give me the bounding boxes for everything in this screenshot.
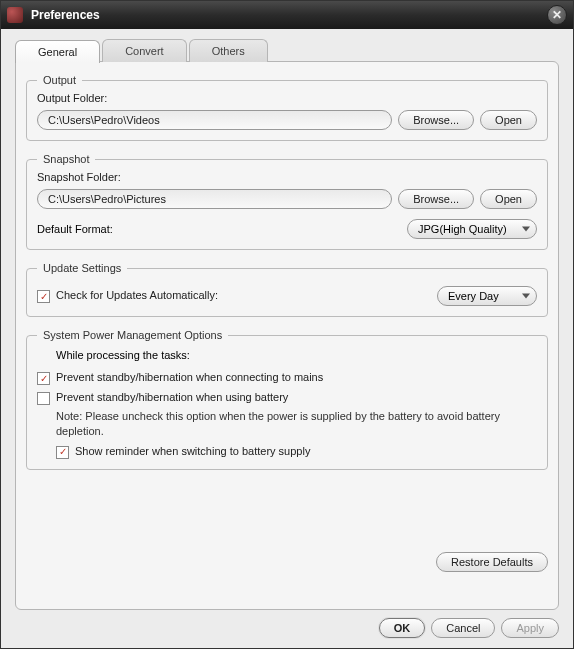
preferences-window: Preferences ✕ General Convert Others Out…	[0, 0, 574, 649]
prevent-standby-mains-checkbox[interactable]	[37, 372, 50, 385]
power-group: System Power Management Options While pr…	[26, 329, 548, 470]
tab-bar: General Convert Others	[15, 39, 559, 62]
snapshot-browse-button[interactable]: Browse...	[398, 189, 474, 209]
cancel-button[interactable]: Cancel	[431, 618, 495, 638]
snapshot-group: Snapshot Snapshot Folder: C:\Users\Pedro…	[26, 153, 548, 250]
output-folder-label: Output Folder:	[37, 92, 537, 104]
close-icon: ✕	[552, 8, 562, 22]
ok-button[interactable]: OK	[379, 618, 426, 638]
chevron-down-icon	[522, 227, 530, 232]
update-legend: Update Settings	[37, 262, 127, 274]
prevent-standby-mains-label: Prevent standby/hibernation when connect…	[56, 371, 323, 383]
snapshot-format-label: Default Format:	[37, 223, 113, 235]
apply-button[interactable]: Apply	[501, 618, 559, 638]
window-title: Preferences	[31, 8, 547, 22]
output-legend: Output	[37, 74, 82, 86]
dialog-footer: OK Cancel Apply	[1, 610, 573, 648]
snapshot-folder-value: C:\Users\Pedro\Pictures	[48, 193, 166, 205]
power-while-label: While processing the tasks:	[56, 349, 537, 361]
power-note: Note: Please uncheck this option when th…	[56, 409, 537, 439]
tab-panel-general: Output Output Folder: C:\Users\Pedro\Vid…	[15, 61, 559, 610]
output-folder-value: C:\Users\Pedro\Videos	[48, 114, 160, 126]
check-updates-checkbox[interactable]	[37, 290, 50, 303]
snapshot-folder-field[interactable]: C:\Users\Pedro\Pictures	[37, 189, 392, 209]
snapshot-format-dropdown[interactable]: JPG(High Quality)	[407, 219, 537, 239]
output-folder-field[interactable]: C:\Users\Pedro\Videos	[37, 110, 392, 130]
show-reminder-label: Show reminder when switching to battery …	[75, 445, 310, 457]
snapshot-folder-label: Snapshot Folder:	[37, 171, 537, 183]
output-open-button[interactable]: Open	[480, 110, 537, 130]
update-frequency-value: Every Day	[448, 290, 499, 302]
close-button[interactable]: ✕	[547, 5, 567, 25]
snapshot-legend: Snapshot	[37, 153, 95, 165]
output-browse-button[interactable]: Browse...	[398, 110, 474, 130]
update-frequency-dropdown[interactable]: Every Day	[437, 286, 537, 306]
snapshot-open-button[interactable]: Open	[480, 189, 537, 209]
snapshot-format-value: JPG(High Quality)	[418, 223, 507, 235]
update-group: Update Settings Check for Updates Automa…	[26, 262, 548, 317]
restore-defaults-button[interactable]: Restore Defaults	[436, 552, 548, 572]
chevron-down-icon	[522, 294, 530, 299]
prevent-standby-battery-label: Prevent standby/hibernation when using b…	[56, 391, 288, 403]
app-icon	[7, 7, 23, 23]
check-updates-label: Check for Updates Automatically:	[56, 289, 218, 301]
content-area: General Convert Others Output Output Fol…	[1, 29, 573, 610]
output-group: Output Output Folder: C:\Users\Pedro\Vid…	[26, 74, 548, 141]
titlebar: Preferences ✕	[1, 1, 573, 29]
tab-convert[interactable]: Convert	[102, 39, 187, 62]
tab-general[interactable]: General	[15, 40, 100, 63]
show-reminder-checkbox[interactable]	[56, 446, 69, 459]
power-legend: System Power Management Options	[37, 329, 228, 341]
prevent-standby-battery-checkbox[interactable]	[37, 392, 50, 405]
tab-others[interactable]: Others	[189, 39, 268, 62]
